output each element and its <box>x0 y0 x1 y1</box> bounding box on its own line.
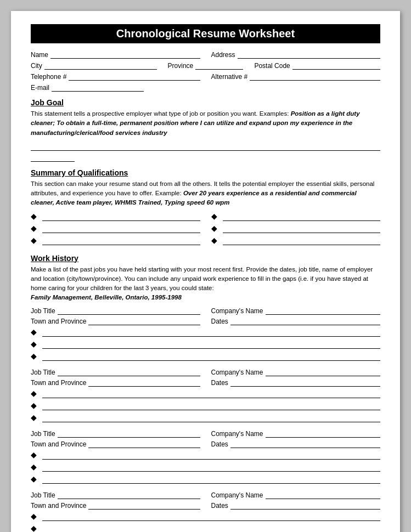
work-entry-2: Job Title Company's Name Town and Provin… <box>31 367 380 422</box>
qual-bullet-row-2: ◆ <box>31 223 200 233</box>
work-1-line-2[interactable] <box>42 339 380 349</box>
qual-bullet-row-6: ◆ <box>211 235 381 245</box>
work-2-line-3[interactable] <box>42 412 380 422</box>
company-2-line[interactable] <box>266 367 381 376</box>
qual-bullet-row-5: ◆ <box>211 223 381 233</box>
work-entry-3: Job Title Company's Name Town and Provin… <box>31 429 380 484</box>
dates-4-label: Dates <box>211 502 228 510</box>
work-3-line-1[interactable] <box>42 450 380 460</box>
town-1-line[interactable] <box>88 316 200 325</box>
job-goal-text: This statement tells a prospective emplo… <box>31 110 291 117</box>
job-goal-line-1[interactable] <box>31 141 380 151</box>
bullet-icon-w3-1: ◆ <box>31 451 37 460</box>
work-history-title: Work History <box>31 254 380 263</box>
email-label: E-mail <box>31 84 49 92</box>
work-2-line-1[interactable] <box>42 388 380 398</box>
telephone-field-group: Telephone # <box>31 72 200 81</box>
telephone-label: Telephone # <box>31 73 66 81</box>
work-history-example: Family Management, Belleville, Ontario, … <box>31 294 182 301</box>
work-4-line-1[interactable] <box>42 511 380 521</box>
qual-line-3[interactable] <box>42 235 200 245</box>
company-2-group: Company's Name <box>211 367 381 376</box>
postal-field-group: Postal Code <box>254 61 380 70</box>
job-title-1-line[interactable] <box>58 306 200 315</box>
qual-line-2[interactable] <box>42 223 200 233</box>
qual-bullet-row-3: ◆ <box>31 235 200 245</box>
company-1-line[interactable] <box>266 306 381 315</box>
work-1-line-3[interactable] <box>42 351 380 361</box>
work-4-bullet-2: ◆ <box>31 523 380 533</box>
bullet-icon-w3-2: ◆ <box>31 463 37 472</box>
postal-line[interactable] <box>292 61 380 70</box>
summary-body: This section can make your resume stand … <box>31 179 380 208</box>
town-2-line[interactable] <box>88 378 200 387</box>
alternative-line[interactable] <box>250 72 380 81</box>
qual-line-4[interactable] <box>223 211 381 221</box>
name-line[interactable] <box>50 50 200 59</box>
work-1-line-1[interactable] <box>42 327 380 337</box>
work-1-bullet-2: ◆ <box>31 339 380 349</box>
work-3-bullet-1: ◆ <box>31 450 380 460</box>
dates-1-line[interactable] <box>230 316 380 325</box>
job-title-4-group: Job Title <box>31 490 200 499</box>
dates-3-line[interactable] <box>230 439 380 448</box>
job-goal-line-2[interactable] <box>31 152 75 162</box>
work-entry-4-row1: Job Title Company's Name <box>31 490 380 499</box>
job-title-2-line[interactable] <box>58 367 200 376</box>
job-title-2-group: Job Title <box>31 367 200 376</box>
job-title-4-label: Job Title <box>31 491 55 499</box>
town-2-group: Town and Province <box>31 378 200 387</box>
bullet-icon-4: ◆ <box>211 212 217 221</box>
bullet-icon-5: ◆ <box>211 224 217 233</box>
town-4-line[interactable] <box>88 501 200 510</box>
bullet-icon-w4-2: ◆ <box>31 524 37 533</box>
dates-1-group: Dates <box>211 316 381 325</box>
province-line[interactable] <box>195 61 243 70</box>
address-line[interactable] <box>238 50 380 59</box>
work-entry-1-row2: Town and Province Dates <box>31 316 380 325</box>
work-4-line-2[interactable] <box>42 523 380 533</box>
city-line[interactable] <box>44 61 157 70</box>
name-label: Name <box>31 51 48 59</box>
job-title-3-group: Job Title <box>31 429 200 438</box>
qual-line-5[interactable] <box>223 223 381 233</box>
qual-line-1[interactable] <box>42 211 200 221</box>
town-2-label: Town and Province <box>31 379 86 387</box>
telephone-line[interactable] <box>69 72 200 81</box>
qual-col-left: ◆ ◆ ◆ <box>31 211 200 247</box>
qual-col-right: ◆ ◆ ◆ <box>211 211 381 247</box>
work-2-bullet-1: ◆ <box>31 388 380 398</box>
work-3-line-2[interactable] <box>42 462 380 472</box>
company-2-label: Company's Name <box>211 369 263 376</box>
work-4-bullet-1: ◆ <box>31 511 380 521</box>
alternative-label: Alternative # <box>211 73 248 81</box>
qual-line-6[interactable] <box>223 235 381 245</box>
job-title-4-line[interactable] <box>58 490 200 499</box>
company-4-label: Company's Name <box>211 491 263 499</box>
bullet-icon-w1-2: ◆ <box>31 340 37 349</box>
work-2-line-2[interactable] <box>42 400 380 410</box>
dates-3-group: Dates <box>211 439 381 448</box>
page-title: Chronological Resume Worksheet <box>31 24 380 43</box>
province-label: Province <box>168 62 194 70</box>
company-4-group: Company's Name <box>211 490 381 499</box>
job-title-3-line[interactable] <box>58 429 200 438</box>
dates-4-line[interactable] <box>230 501 380 510</box>
work-3-bullet-3: ◆ <box>31 474 380 484</box>
job-goal-title: Job Goal <box>31 98 380 107</box>
work-entry-4: Job Title Company's Name Town and Provin… <box>31 490 380 533</box>
bullet-icon-w1-1: ◆ <box>31 328 37 337</box>
work-3-line-3[interactable] <box>42 474 380 484</box>
bullet-icon-3: ◆ <box>31 236 37 245</box>
company-3-line[interactable] <box>266 429 381 438</box>
dates-3-label: Dates <box>211 440 228 448</box>
dates-2-line[interactable] <box>230 378 380 387</box>
town-4-label: Town and Province <box>31 502 86 510</box>
bullet-icon-w2-2: ◆ <box>31 401 37 410</box>
address-field-group: Address <box>211 50 381 59</box>
email-line[interactable] <box>52 83 144 92</box>
name-address-row: Name Address <box>31 50 380 59</box>
company-4-line[interactable] <box>266 490 381 499</box>
town-3-line[interactable] <box>88 439 200 448</box>
bullet-icon-w4-1: ◆ <box>31 512 37 521</box>
